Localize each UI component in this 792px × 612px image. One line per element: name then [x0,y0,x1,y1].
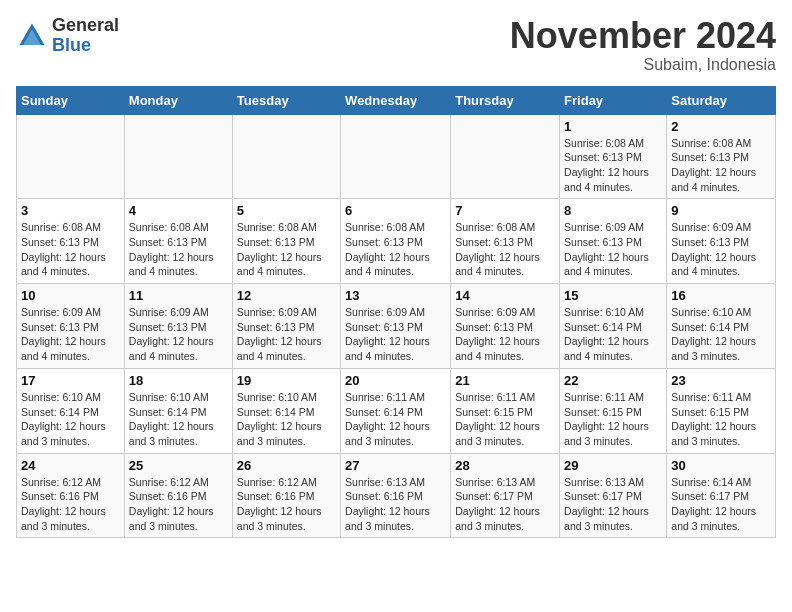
calendar-day-cell: 22Sunrise: 6:11 AMSunset: 6:15 PMDayligh… [560,368,667,453]
calendar-day-cell: 20Sunrise: 6:11 AMSunset: 6:14 PMDayligh… [341,368,451,453]
day-number: 29 [564,458,662,473]
day-number: 1 [564,119,662,134]
calendar-day-cell: 1Sunrise: 6:08 AMSunset: 6:13 PMDaylight… [560,114,667,199]
calendar-day-cell: 10Sunrise: 6:09 AMSunset: 6:13 PMDayligh… [17,284,125,369]
day-info: Sunrise: 6:12 AMSunset: 6:16 PMDaylight:… [237,475,336,534]
calendar-table: SundayMondayTuesdayWednesdayThursdayFrid… [16,86,776,539]
calendar-day-cell: 27Sunrise: 6:13 AMSunset: 6:16 PMDayligh… [341,453,451,538]
calendar-day-cell [124,114,232,199]
day-number: 2 [671,119,771,134]
day-number: 5 [237,203,336,218]
calendar-day-cell: 15Sunrise: 6:10 AMSunset: 6:14 PMDayligh… [560,284,667,369]
day-info: Sunrise: 6:10 AMSunset: 6:14 PMDaylight:… [671,305,771,364]
day-info: Sunrise: 6:13 AMSunset: 6:17 PMDaylight:… [564,475,662,534]
day-number: 19 [237,373,336,388]
calendar-day-cell [341,114,451,199]
day-info: Sunrise: 6:12 AMSunset: 6:16 PMDaylight:… [129,475,228,534]
day-number: 18 [129,373,228,388]
day-number: 26 [237,458,336,473]
day-info: Sunrise: 6:09 AMSunset: 6:13 PMDaylight:… [21,305,120,364]
location-subtitle: Subaim, Indonesia [510,56,776,74]
day-info: Sunrise: 6:10 AMSunset: 6:14 PMDaylight:… [129,390,228,449]
day-number: 20 [345,373,446,388]
calendar-day-cell: 25Sunrise: 6:12 AMSunset: 6:16 PMDayligh… [124,453,232,538]
calendar-day-cell: 23Sunrise: 6:11 AMSunset: 6:15 PMDayligh… [667,368,776,453]
calendar-week-row: 3Sunrise: 6:08 AMSunset: 6:13 PMDaylight… [17,199,776,284]
calendar-day-cell: 24Sunrise: 6:12 AMSunset: 6:16 PMDayligh… [17,453,125,538]
day-info: Sunrise: 6:10 AMSunset: 6:14 PMDaylight:… [564,305,662,364]
calendar-week-row: 17Sunrise: 6:10 AMSunset: 6:14 PMDayligh… [17,368,776,453]
day-number: 15 [564,288,662,303]
day-info: Sunrise: 6:14 AMSunset: 6:17 PMDaylight:… [671,475,771,534]
day-info: Sunrise: 6:11 AMSunset: 6:15 PMDaylight:… [455,390,555,449]
day-info: Sunrise: 6:10 AMSunset: 6:14 PMDaylight:… [237,390,336,449]
calendar-week-row: 1Sunrise: 6:08 AMSunset: 6:13 PMDaylight… [17,114,776,199]
day-number: 23 [671,373,771,388]
day-number: 14 [455,288,555,303]
weekday-header-cell: Friday [560,86,667,114]
day-number: 24 [21,458,120,473]
day-number: 10 [21,288,120,303]
weekday-header-row: SundayMondayTuesdayWednesdayThursdayFrid… [17,86,776,114]
calendar-day-cell: 13Sunrise: 6:09 AMSunset: 6:13 PMDayligh… [341,284,451,369]
calendar-day-cell: 11Sunrise: 6:09 AMSunset: 6:13 PMDayligh… [124,284,232,369]
day-info: Sunrise: 6:10 AMSunset: 6:14 PMDaylight:… [21,390,120,449]
logo-blue-text: Blue [52,35,91,55]
day-info: Sunrise: 6:08 AMSunset: 6:13 PMDaylight:… [671,136,771,195]
day-number: 16 [671,288,771,303]
calendar-day-cell: 14Sunrise: 6:09 AMSunset: 6:13 PMDayligh… [451,284,560,369]
day-info: Sunrise: 6:09 AMSunset: 6:13 PMDaylight:… [237,305,336,364]
logo: General Blue [16,16,119,56]
day-number: 17 [21,373,120,388]
calendar-day-cell: 28Sunrise: 6:13 AMSunset: 6:17 PMDayligh… [451,453,560,538]
weekday-header-cell: Saturday [667,86,776,114]
calendar-day-cell: 6Sunrise: 6:08 AMSunset: 6:13 PMDaylight… [341,199,451,284]
day-info: Sunrise: 6:11 AMSunset: 6:15 PMDaylight:… [564,390,662,449]
calendar-day-cell: 29Sunrise: 6:13 AMSunset: 6:17 PMDayligh… [560,453,667,538]
day-number: 28 [455,458,555,473]
day-info: Sunrise: 6:08 AMSunset: 6:13 PMDaylight:… [237,220,336,279]
day-number: 12 [237,288,336,303]
day-number: 30 [671,458,771,473]
day-number: 13 [345,288,446,303]
logo-icon [16,20,48,52]
calendar-week-row: 10Sunrise: 6:09 AMSunset: 6:13 PMDayligh… [17,284,776,369]
calendar-day-cell: 4Sunrise: 6:08 AMSunset: 6:13 PMDaylight… [124,199,232,284]
calendar-body: 1Sunrise: 6:08 AMSunset: 6:13 PMDaylight… [17,114,776,538]
calendar-day-cell: 9Sunrise: 6:09 AMSunset: 6:13 PMDaylight… [667,199,776,284]
day-info: Sunrise: 6:11 AMSunset: 6:14 PMDaylight:… [345,390,446,449]
calendar-day-cell: 18Sunrise: 6:10 AMSunset: 6:14 PMDayligh… [124,368,232,453]
day-number: 27 [345,458,446,473]
calendar-day-cell: 2Sunrise: 6:08 AMSunset: 6:13 PMDaylight… [667,114,776,199]
calendar-day-cell: 19Sunrise: 6:10 AMSunset: 6:14 PMDayligh… [232,368,340,453]
day-info: Sunrise: 6:08 AMSunset: 6:13 PMDaylight:… [21,220,120,279]
calendar-day-cell: 17Sunrise: 6:10 AMSunset: 6:14 PMDayligh… [17,368,125,453]
calendar-day-cell: 12Sunrise: 6:09 AMSunset: 6:13 PMDayligh… [232,284,340,369]
month-title: November 2024 [510,16,776,56]
day-number: 22 [564,373,662,388]
title-block: November 2024 Subaim, Indonesia [510,16,776,74]
weekday-header-cell: Thursday [451,86,560,114]
day-info: Sunrise: 6:09 AMSunset: 6:13 PMDaylight:… [671,220,771,279]
day-info: Sunrise: 6:08 AMSunset: 6:13 PMDaylight:… [129,220,228,279]
day-number: 7 [455,203,555,218]
day-number: 6 [345,203,446,218]
calendar-day-cell [451,114,560,199]
day-info: Sunrise: 6:09 AMSunset: 6:13 PMDaylight:… [564,220,662,279]
day-info: Sunrise: 6:09 AMSunset: 6:13 PMDaylight:… [129,305,228,364]
calendar-day-cell: 3Sunrise: 6:08 AMSunset: 6:13 PMDaylight… [17,199,125,284]
day-info: Sunrise: 6:08 AMSunset: 6:13 PMDaylight:… [564,136,662,195]
day-number: 11 [129,288,228,303]
weekday-header-cell: Monday [124,86,232,114]
weekday-header-cell: Wednesday [341,86,451,114]
calendar-day-cell: 16Sunrise: 6:10 AMSunset: 6:14 PMDayligh… [667,284,776,369]
day-number: 25 [129,458,228,473]
day-info: Sunrise: 6:08 AMSunset: 6:13 PMDaylight:… [345,220,446,279]
calendar-day-cell: 30Sunrise: 6:14 AMSunset: 6:17 PMDayligh… [667,453,776,538]
day-number: 9 [671,203,771,218]
day-number: 3 [21,203,120,218]
day-info: Sunrise: 6:11 AMSunset: 6:15 PMDaylight:… [671,390,771,449]
day-info: Sunrise: 6:09 AMSunset: 6:13 PMDaylight:… [345,305,446,364]
day-info: Sunrise: 6:09 AMSunset: 6:13 PMDaylight:… [455,305,555,364]
calendar-day-cell [17,114,125,199]
